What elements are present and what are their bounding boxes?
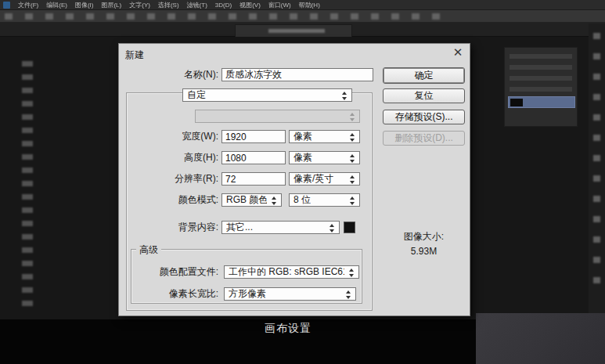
caption-text: 画布设置 <box>265 322 312 336</box>
color-mode-label: 颜色模式: <box>127 193 218 207</box>
resolution-input[interactable] <box>221 172 286 186</box>
background-color-swatch[interactable] <box>344 222 355 233</box>
menu-item-image[interactable]: 图像(I) <box>75 0 94 10</box>
color-profile-dropdown[interactable]: 工作中的 RGB: sRGB IEC619... <box>224 265 359 279</box>
updown-arrows-icon <box>271 196 277 205</box>
menu-item-edit[interactable]: 编辑(E) <box>46 0 67 10</box>
resolution-unit-value: 像素/英寸 <box>293 173 333 185</box>
bit-depth-dropdown[interactable]: 8 位 <box>289 193 360 207</box>
image-size-label: 图像大小: <box>383 230 465 243</box>
background-contents-dropdown[interactable]: 其它... <box>221 221 340 234</box>
name-input[interactable] <box>221 68 373 81</box>
bit-depth-value: 8 位 <box>293 194 311 206</box>
pixel-aspect-label: 像素长宽比: <box>127 287 218 301</box>
tools-panel[interactable] <box>22 61 33 310</box>
background-contents-label: 背景内容: <box>127 221 218 234</box>
document-tab-title <box>268 29 325 33</box>
menu-item-window[interactable]: 窗口(W) <box>268 0 291 10</box>
size-dropdown <box>195 110 360 123</box>
panel-dock-strip <box>589 23 605 319</box>
updown-arrows-icon <box>349 113 355 121</box>
image-size-value: 5.93M <box>383 246 465 257</box>
color-profile-value: 工作中的 RGB: sRGB IEC619... <box>229 266 344 278</box>
menu-bar: 文件(F) 编辑(E) 图像(I) 图层(L) 文字(Y) 选择(S) 滤镜(T… <box>0 0 605 10</box>
height-input[interactable] <box>221 151 286 164</box>
height-unit-value: 像素 <box>293 152 312 164</box>
color-profile-label: 颜色配置文件: <box>127 265 218 279</box>
width-unit-value: 像素 <box>293 131 312 142</box>
menu-item-file[interactable]: 文件(F) <box>18 0 38 10</box>
save-preset-button[interactable]: 存储预设(S)... <box>383 110 465 124</box>
panel-dock-icons[interactable] <box>593 33 600 291</box>
pixel-aspect-dropdown[interactable]: 方形像素 <box>224 287 356 301</box>
background-contents-value: 其它... <box>226 222 253 233</box>
dialog-title: 新建 <box>125 49 144 62</box>
bottom-bar <box>0 319 485 364</box>
color-mode-dropdown[interactable]: RGB 颜色 <box>221 193 282 207</box>
close-icon[interactable]: ✕ <box>451 45 465 59</box>
resolution-unit-dropdown[interactable]: 像素/英寸 <box>289 172 360 186</box>
menu-item-type[interactable]: 文字(Y) <box>129 0 150 10</box>
layers-panel-row <box>510 54 572 59</box>
updown-arrows-icon <box>341 92 348 100</box>
menu-item-view[interactable]: 视图(V) <box>239 0 261 10</box>
new-document-dialog: 新建 ✕ 高级 名称(N): 预设: 自定 大小: 宽度(W): 像素 高度(H… <box>118 43 470 316</box>
pixel-aspect-value: 方形像素 <box>229 288 266 300</box>
menu-item-3d[interactable]: 3D(D) <box>215 0 232 10</box>
updown-arrows-icon <box>345 290 351 299</box>
advanced-section-label: 高级 <box>136 243 161 257</box>
reset-button[interactable]: 复位 <box>383 88 465 103</box>
width-unit-dropdown[interactable]: 像素 <box>289 130 360 143</box>
ok-button[interactable]: 确定 <box>383 67 465 84</box>
photoshop-logo-icon <box>3 2 10 9</box>
updown-arrows-icon <box>349 175 355 184</box>
layers-panel-row <box>510 76 572 81</box>
menu-item-select[interactable]: 选择(S) <box>158 0 179 10</box>
menu-item-filter[interactable]: 滤镜(T) <box>187 0 207 10</box>
layer-thumbnail <box>510 99 523 106</box>
height-label: 高度(H): <box>127 151 218 164</box>
name-label: 名称(N): <box>127 68 218 81</box>
layers-panel-row <box>510 65 572 70</box>
menu-item-help[interactable]: 帮助(H) <box>299 0 320 10</box>
selected-layer-row[interactable] <box>508 96 575 108</box>
width-input[interactable] <box>221 130 286 143</box>
document-tab-bar <box>0 23 605 37</box>
document-tab[interactable] <box>235 24 352 37</box>
resolution-label: 分辨率(R): <box>127 172 218 186</box>
width-label: 宽度(W): <box>127 130 218 143</box>
layers-panel-row <box>510 87 572 92</box>
delete-preset-button: 删除预设(D)... <box>383 131 465 146</box>
options-bar-controls <box>5 13 443 20</box>
layers-panel <box>504 47 578 127</box>
preset-value: 自定 <box>187 89 206 101</box>
tool-options-bar <box>0 10 605 23</box>
menu-item-layer[interactable]: 图层(L) <box>101 0 121 10</box>
updown-arrows-icon <box>329 224 335 232</box>
updown-arrows-icon <box>349 196 355 205</box>
updown-arrows-icon <box>348 268 355 277</box>
updown-arrows-icon <box>349 154 355 163</box>
preset-dropdown[interactable]: 自定 <box>182 88 352 102</box>
height-unit-dropdown[interactable]: 像素 <box>289 151 360 164</box>
updown-arrows-icon <box>349 133 355 142</box>
bottom-right-block <box>476 313 605 364</box>
color-mode-value: RGB 颜色 <box>226 194 267 206</box>
